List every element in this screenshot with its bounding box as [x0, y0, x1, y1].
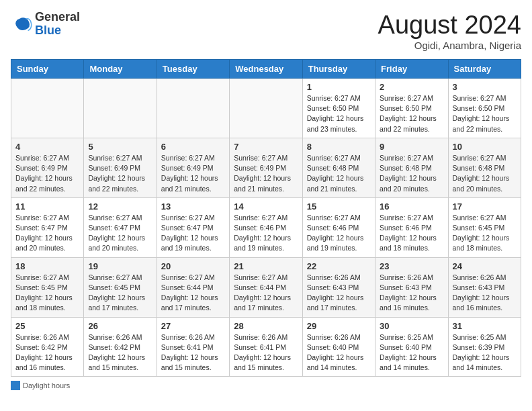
calendar-week-row: 1Sunrise: 6:27 AM Sunset: 6:50 PM Daylig… [11, 79, 521, 138]
page-header: General Blue August 2024 Ogidi, Anambra,… [11, 11, 521, 51]
day-info: Sunrise: 6:25 AM Sunset: 6:40 PM Dayligh… [380, 332, 443, 373]
calendar-cell: 28Sunrise: 6:26 AM Sunset: 6:41 PM Dayli… [230, 317, 302, 377]
day-info: Sunrise: 6:27 AM Sunset: 6:48 PM Dayligh… [307, 153, 371, 194]
calendar-week-row: 11Sunrise: 6:27 AM Sunset: 6:47 PM Dayli… [11, 197, 521, 257]
calendar-cell: 30Sunrise: 6:25 AM Sunset: 6:40 PM Dayli… [375, 317, 448, 377]
calendar-cell: 31Sunrise: 6:25 AM Sunset: 6:39 PM Dayli… [448, 317, 521, 377]
calendar-cell: 19Sunrise: 6:27 AM Sunset: 6:45 PM Dayli… [84, 257, 157, 317]
calendar-cell: 9Sunrise: 6:27 AM Sunset: 6:48 PM Daylig… [375, 138, 448, 197]
calendar-cell [84, 79, 157, 138]
day-number: 2 [380, 82, 443, 92]
day-info: Sunrise: 6:26 AM Sunset: 6:42 PM Dayligh… [15, 332, 79, 373]
day-number: 24 [453, 261, 517, 271]
day-number: 21 [234, 261, 298, 271]
day-info: Sunrise: 6:26 AM Sunset: 6:40 PM Dayligh… [307, 332, 371, 373]
legend-label: Daylight hours [23, 381, 70, 390]
calendar-cell: 21Sunrise: 6:27 AM Sunset: 6:44 PM Dayli… [230, 257, 302, 317]
location: Ogidi, Anambra, Nigeria [378, 40, 521, 51]
day-info: Sunrise: 6:27 AM Sunset: 6:46 PM Dayligh… [307, 213, 371, 254]
calendar-header-saturday: Saturday [448, 60, 521, 79]
calendar-cell: 1Sunrise: 6:27 AM Sunset: 6:50 PM Daylig… [302, 79, 375, 138]
day-number: 31 [453, 321, 517, 331]
calendar-cell: 10Sunrise: 6:27 AM Sunset: 6:48 PM Dayli… [448, 138, 521, 197]
day-number: 17 [453, 201, 517, 212]
calendar-cell: 11Sunrise: 6:27 AM Sunset: 6:47 PM Dayli… [11, 197, 84, 257]
day-info: Sunrise: 6:26 AM Sunset: 6:43 PM Dayligh… [380, 273, 443, 314]
day-number: 16 [380, 201, 443, 212]
day-number: 13 [161, 201, 225, 212]
calendar-cell: 14Sunrise: 6:27 AM Sunset: 6:46 PM Dayli… [230, 197, 302, 257]
calendar-header-sunday: Sunday [11, 60, 84, 79]
day-info: Sunrise: 6:25 AM Sunset: 6:39 PM Dayligh… [453, 332, 517, 373]
calendar-cell: 24Sunrise: 6:26 AM Sunset: 6:43 PM Dayli… [448, 257, 521, 317]
day-info: Sunrise: 6:27 AM Sunset: 6:50 PM Dayligh… [307, 93, 371, 134]
day-number: 6 [161, 142, 225, 152]
calendar-header-wednesday: Wednesday [230, 60, 302, 79]
day-number: 5 [88, 142, 152, 152]
calendar-cell: 8Sunrise: 6:27 AM Sunset: 6:48 PM Daylig… [302, 138, 375, 197]
calendar-header-thursday: Thursday [302, 60, 375, 79]
day-number: 29 [307, 321, 371, 331]
day-info: Sunrise: 6:27 AM Sunset: 6:49 PM Dayligh… [234, 153, 298, 194]
day-number: 20 [161, 261, 225, 271]
legend-box [11, 381, 20, 390]
calendar-cell: 20Sunrise: 6:27 AM Sunset: 6:44 PM Dayli… [157, 257, 229, 317]
calendar-cell: 15Sunrise: 6:27 AM Sunset: 6:46 PM Dayli… [302, 197, 375, 257]
calendar-cell: 22Sunrise: 6:26 AM Sunset: 6:43 PM Dayli… [302, 257, 375, 317]
day-info: Sunrise: 6:27 AM Sunset: 6:49 PM Dayligh… [88, 153, 152, 194]
calendar-cell: 27Sunrise: 6:26 AM Sunset: 6:41 PM Dayli… [157, 317, 229, 377]
day-info: Sunrise: 6:27 AM Sunset: 6:44 PM Dayligh… [234, 273, 298, 314]
calendar-cell: 23Sunrise: 6:26 AM Sunset: 6:43 PM Dayli… [375, 257, 448, 317]
day-number: 3 [453, 82, 517, 92]
calendar-cell: 16Sunrise: 6:27 AM Sunset: 6:46 PM Dayli… [375, 197, 448, 257]
calendar-cell: 12Sunrise: 6:27 AM Sunset: 6:47 PM Dayli… [84, 197, 157, 257]
calendar-week-row: 18Sunrise: 6:27 AM Sunset: 6:45 PM Dayli… [11, 257, 521, 317]
day-number: 22 [307, 261, 371, 271]
calendar: SundayMondayTuesdayWednesdayThursdayFrid… [11, 59, 521, 377]
calendar-cell: 7Sunrise: 6:27 AM Sunset: 6:49 PM Daylig… [230, 138, 302, 197]
day-info: Sunrise: 6:27 AM Sunset: 6:49 PM Dayligh… [15, 153, 79, 194]
calendar-cell: 25Sunrise: 6:26 AM Sunset: 6:42 PM Dayli… [11, 317, 84, 377]
logo: General Blue [11, 11, 80, 38]
logo-text: General Blue [35, 11, 80, 38]
calendar-cell: 5Sunrise: 6:27 AM Sunset: 6:49 PM Daylig… [84, 138, 157, 197]
calendar-cell [157, 79, 229, 138]
day-info: Sunrise: 6:27 AM Sunset: 6:48 PM Dayligh… [453, 153, 517, 194]
day-number: 23 [380, 261, 443, 271]
day-number: 30 [380, 321, 443, 331]
day-number: 1 [307, 82, 371, 92]
day-info: Sunrise: 6:27 AM Sunset: 6:47 PM Dayligh… [15, 213, 79, 254]
day-number: 19 [88, 261, 152, 271]
day-info: Sunrise: 6:27 AM Sunset: 6:48 PM Dayligh… [380, 153, 443, 194]
day-number: 28 [234, 321, 298, 331]
day-number: 18 [15, 261, 79, 271]
day-info: Sunrise: 6:27 AM Sunset: 6:50 PM Dayligh… [453, 93, 517, 134]
calendar-cell [230, 79, 302, 138]
calendar-header-row: SundayMondayTuesdayWednesdayThursdayFrid… [11, 60, 521, 79]
calendar-cell: 29Sunrise: 6:26 AM Sunset: 6:40 PM Dayli… [302, 317, 375, 377]
day-info: Sunrise: 6:26 AM Sunset: 6:41 PM Dayligh… [234, 332, 298, 373]
day-number: 26 [88, 321, 152, 331]
day-info: Sunrise: 6:27 AM Sunset: 6:46 PM Dayligh… [380, 213, 443, 254]
day-number: 12 [88, 201, 152, 212]
day-info: Sunrise: 6:27 AM Sunset: 6:45 PM Dayligh… [453, 213, 517, 254]
calendar-cell: 26Sunrise: 6:26 AM Sunset: 6:42 PM Dayli… [84, 317, 157, 377]
day-info: Sunrise: 6:27 AM Sunset: 6:47 PM Dayligh… [161, 213, 225, 254]
title-block: August 2024 Ogidi, Anambra, Nigeria [378, 11, 521, 51]
day-info: Sunrise: 6:27 AM Sunset: 6:46 PM Dayligh… [234, 213, 298, 254]
day-number: 9 [380, 142, 443, 152]
calendar-header-monday: Monday [84, 60, 157, 79]
calendar-cell: 18Sunrise: 6:27 AM Sunset: 6:45 PM Dayli… [11, 257, 84, 317]
day-info: Sunrise: 6:27 AM Sunset: 6:49 PM Dayligh… [161, 153, 225, 194]
calendar-cell: 4Sunrise: 6:27 AM Sunset: 6:49 PM Daylig… [11, 138, 84, 197]
calendar-header-friday: Friday [375, 60, 448, 79]
month-year: August 2024 [378, 11, 521, 40]
day-info: Sunrise: 6:26 AM Sunset: 6:41 PM Dayligh… [161, 332, 225, 373]
calendar-cell [11, 79, 84, 138]
day-info: Sunrise: 6:27 AM Sunset: 6:44 PM Dayligh… [161, 273, 225, 314]
legend: Daylight hours [11, 381, 521, 392]
calendar-week-row: 25Sunrise: 6:26 AM Sunset: 6:42 PM Dayli… [11, 317, 521, 377]
day-number: 27 [161, 321, 225, 331]
day-info: Sunrise: 6:27 AM Sunset: 6:45 PM Dayligh… [15, 273, 79, 314]
calendar-cell: 17Sunrise: 6:27 AM Sunset: 6:45 PM Dayli… [448, 197, 521, 257]
